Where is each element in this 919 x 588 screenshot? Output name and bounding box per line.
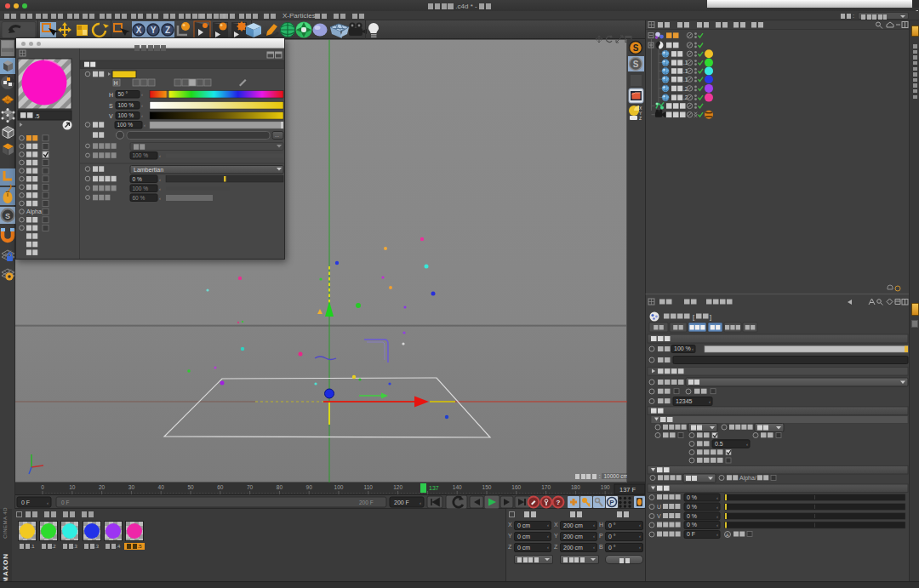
svg-text:‹: ‹ [746,442,748,447]
svg-text:Z: Z [165,26,170,35]
svg-text:0 F: 0 F [61,500,69,505]
svg-text:0 %: 0 % [687,494,697,500]
svg-text:‹: ‹ [716,522,718,528]
svg-text:U: U [657,504,661,510]
svg-text:‹: ‹ [716,495,718,500]
svg-text:Y: Y [151,26,157,35]
svg-text:60: 60 [217,484,224,490]
svg-text:170: 170 [541,484,551,490]
svg-text:180: 180 [571,484,580,490]
svg-text:‹: ‹ [709,399,711,404]
svg-text:190: 190 [601,484,610,490]
svg-text:0 F: 0 F [21,500,30,505]
svg-text:110: 110 [364,484,374,490]
svg-text:100 %: 100 % [118,112,134,118]
svg-text:...: ... [275,133,279,138]
svg-text:40: 40 [158,484,165,490]
svg-text:100 %: 100 % [118,102,134,108]
svg-text:0: 0 [41,484,44,490]
svg-text:‹: ‹ [159,177,161,182]
svg-text:H: H [114,80,118,86]
svg-text:‹: ‹ [716,532,718,537]
svg-text:‹: ‹ [159,196,161,201]
svg-text:100: 100 [334,484,344,490]
svg-text:H: H [109,92,113,98]
svg-text:0 %: 0 % [687,513,697,519]
svg-text:‹: ‹ [141,103,143,108]
svg-text:100 %: 100 % [133,186,149,191]
svg-text:P: P [609,499,614,506]
svg-text:S: S [633,60,639,69]
svg-text:Z: Z [639,116,642,121]
svg-text:Alpha/: Alpha/ [739,475,756,482]
svg-text:50 °: 50 ° [118,91,128,97]
svg-text:‹: ‹ [144,123,146,128]
svg-text:200 F: 200 F [359,500,374,505]
svg-text:200 F: 200 F [394,500,409,505]
svg-text:?: ? [557,499,561,506]
svg-text:100 %: 100 % [117,122,134,128]
svg-text:140: 140 [453,484,462,490]
svg-text:‹: ‹ [159,186,161,191]
svg-text:30: 30 [128,484,135,490]
svg-text:Lambertian: Lambertian [134,167,163,173]
svg-text:]: ] [710,313,711,321]
svg-text:A: A [726,533,729,538]
svg-text:60 %: 60 % [133,195,146,201]
svg-text:‹: ‹ [159,153,161,158]
svg-text:0 %: 0 % [133,176,142,182]
svg-text:Alpha: Alpha [26,208,42,215]
svg-text:‹: ‹ [141,113,143,118]
svg-text:50: 50 [187,484,194,490]
svg-text:‹: ‹ [692,346,694,351]
svg-text:80: 80 [277,484,283,490]
svg-text:100 %: 100 % [133,152,149,158]
svg-text:120: 120 [393,484,402,490]
svg-text:S: S [5,212,10,220]
svg-text:137 F: 137 F [619,486,636,494]
svg-text:‹: ‹ [420,500,421,505]
svg-text:20: 20 [99,484,106,490]
svg-text:90: 90 [306,484,313,490]
svg-text:150: 150 [482,484,492,490]
svg-text:X: X [136,26,142,35]
svg-text:160: 160 [511,484,521,490]
svg-text:0 F: 0 F [687,531,695,537]
svg-text:10: 10 [69,484,76,490]
svg-text:‹: ‹ [716,505,718,510]
svg-text:S: S [109,103,113,109]
svg-text:V: V [657,513,661,519]
svg-text:12345: 12345 [676,398,693,404]
svg-text:‹: ‹ [47,500,49,505]
svg-text:0 %: 0 % [687,504,697,510]
svg-text:[: [ [693,313,695,321]
svg-text:‹: ‹ [141,92,143,97]
svg-text:0.5: 0.5 [715,441,723,447]
svg-text:V: V [109,113,113,119]
svg-text:S: S [633,43,639,53]
svg-text:100 %: 100 % [674,345,691,351]
svg-text:70: 70 [247,484,254,490]
svg-text:137: 137 [429,485,439,491]
svg-text:.5: .5 [35,113,40,119]
svg-text:‹: ‹ [716,514,718,519]
svg-text:0 %: 0 % [687,522,697,528]
